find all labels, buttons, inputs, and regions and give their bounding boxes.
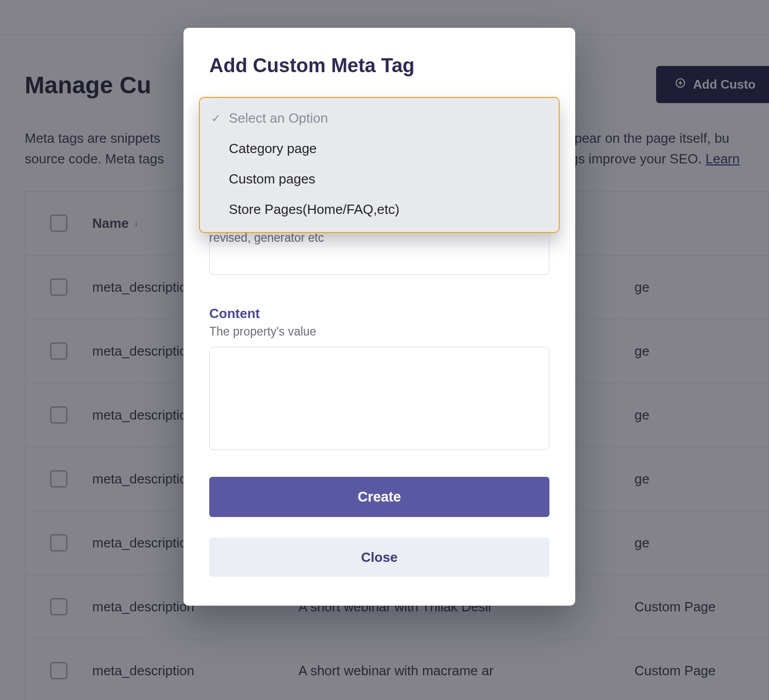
dropdown-option-label: Category page (229, 141, 317, 157)
content-textarea[interactable] (209, 347, 549, 450)
dropdown-option-label: Custom pages (229, 171, 315, 187)
dropdown-option-label: Store Pages(Home/FAQ,etc) (229, 202, 399, 218)
dropdown-placeholder[interactable]: ✓ Select an Option (200, 103, 559, 134)
content-label: Content (209, 306, 549, 322)
create-button[interactable]: Create (209, 477, 549, 517)
page-root: Manage Cu Add Custo Meta tags are snippe… (0, 0, 769, 700)
modal-title: Add Custom Meta Tag (209, 55, 549, 77)
page-type-dropdown[interactable]: ✓ Select an Option Category page Custom … (199, 97, 560, 233)
content-help: The property's value (209, 325, 549, 339)
name-help-fragment: revised, generator etc (209, 231, 324, 245)
dropdown-option-store-pages[interactable]: Store Pages(Home/FAQ,etc) (200, 194, 559, 225)
dropdown-placeholder-label: Select an Option (229, 110, 328, 126)
dropdown-option-category-page[interactable]: Category page (200, 134, 559, 164)
check-icon: ✓ (210, 112, 222, 125)
close-button[interactable]: Close (209, 538, 549, 577)
dropdown-option-custom-pages[interactable]: Custom pages (200, 164, 559, 194)
